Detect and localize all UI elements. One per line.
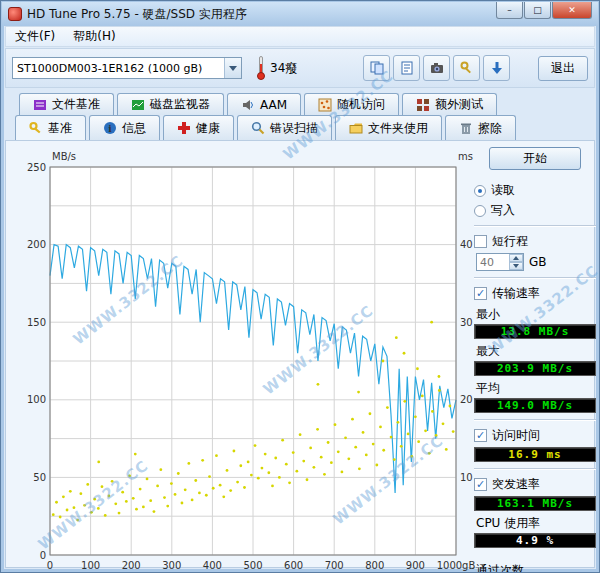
read-radio[interactable]: 读取 [474, 182, 596, 199]
divider [474, 468, 596, 470]
short-stroke-label: 短行程 [492, 233, 528, 250]
tab-error-scan[interactable]: 错误扫描 [237, 115, 332, 140]
tab-label: 基准 [48, 120, 72, 137]
info-icon: i [103, 121, 117, 135]
menu-help[interactable]: 帮助(H) [64, 26, 124, 47]
health-cross-icon [177, 121, 191, 135]
short-stroke-spinner[interactable] [509, 254, 523, 270]
avg-label: 平均 [476, 380, 596, 397]
window-title: HD Tune Pro 5.75 - 硬盘/SSD 实用程序 [27, 6, 247, 23]
divider [474, 419, 596, 421]
checkbox-icon [474, 287, 487, 300]
svg-text:200: 200 [27, 239, 46, 250]
svg-text:i: i [108, 124, 112, 134]
spinner-down-icon[interactable] [509, 262, 523, 270]
cpu-usage-value: 4.9 % [474, 533, 596, 548]
spinner-up-icon[interactable] [509, 254, 523, 262]
tab-extra-tests[interactable]: 额外测试 [402, 93, 497, 115]
save-report-button[interactable] [393, 55, 420, 81]
file-benchmark-icon [33, 98, 47, 112]
svg-text:250: 250 [27, 162, 46, 173]
copy-icon [370, 61, 384, 75]
speaker-icon [241, 98, 255, 112]
benchmark-chart: 0501001502002501020304001002003004005006… [20, 149, 478, 573]
menu-file[interactable]: 文件(F) [6, 26, 64, 47]
svg-text:100: 100 [81, 560, 100, 571]
svg-text:150: 150 [27, 317, 46, 328]
chart-canvas: 0501001502002501020304001002003004005006… [20, 149, 478, 573]
registration-button[interactable] [453, 55, 480, 81]
svg-text:50: 50 [33, 472, 46, 483]
burst-rate-value: 163.1 MB/s [474, 496, 596, 511]
tab-folder-usage[interactable]: 文件夹使用 [335, 115, 442, 140]
svg-text:700: 700 [325, 560, 344, 571]
titlebar[interactable]: HD Tune Pro 5.75 - 硬盘/SSD 实用程序 – □ ✕ [2, 2, 598, 26]
tab-label: 擦除 [478, 120, 502, 137]
svg-text:ms: ms [458, 151, 473, 162]
screenshot-button[interactable] [423, 55, 450, 81]
tab-row-upper: 文件基准 磁盘监视器 AAM 随机访问 额外测试 [19, 93, 595, 115]
checkbox-icon [474, 478, 487, 491]
short-stroke-checkbox[interactable]: 短行程 [474, 233, 596, 250]
menubar: 文件(F) 帮助(H) [5, 26, 595, 47]
burst-rate-label: 突发速率 [492, 476, 540, 493]
tab-label: AAM [260, 98, 287, 112]
burst-rate-checkbox[interactable]: 突发速率 [474, 476, 596, 493]
svg-text:500: 500 [243, 560, 262, 571]
checkbox-icon [474, 235, 487, 248]
tab-info[interactable]: i 信息 [89, 115, 160, 140]
update-button[interactable] [483, 55, 510, 81]
app-icon [8, 7, 22, 21]
tab-label: 文件基准 [52, 96, 100, 113]
svg-text:MB/s: MB/s [52, 151, 76, 162]
maximize-button[interactable]: □ [524, 2, 551, 19]
tab-health[interactable]: 健康 [163, 115, 234, 140]
keys-icon [460, 61, 474, 75]
disk-monitor-icon [131, 98, 145, 112]
svg-text:30: 30 [460, 317, 473, 328]
magnifier-icon [251, 121, 265, 135]
access-time-value: 16.9 ms [474, 447, 596, 462]
toolbar: ST1000DM003-1ER162 (1000 gB) 34癈 退出 [5, 48, 595, 88]
svg-text:600: 600 [284, 560, 303, 571]
access-time-checkbox[interactable]: 访问时间 [474, 427, 596, 444]
exit-button[interactable]: 退出 [538, 56, 588, 81]
write-radio[interactable]: 写入 [474, 202, 596, 219]
drive-select[interactable]: ST1000DM003-1ER162 (1000 gB) [12, 57, 242, 79]
svg-text:800: 800 [365, 560, 384, 571]
svg-text:200: 200 [122, 560, 141, 571]
cpu-usage-label: CPU 使用率 [476, 515, 596, 532]
transfer-rate-checkbox[interactable]: 传输速率 [474, 285, 596, 302]
write-label: 写入 [491, 202, 515, 219]
checkbox-icon [474, 429, 487, 442]
gb-unit-label: GB [529, 255, 547, 269]
max-label: 最大 [476, 343, 596, 360]
side-panel: 开始 读取 写入 短行程 40 GB [474, 147, 596, 573]
tab-aam[interactable]: AAM [227, 93, 301, 115]
tab-row-lower: 基准 i 信息 健康 错误扫描 文件夹使用 擦除 [15, 115, 595, 140]
tab-label: 错误扫描 [270, 120, 318, 137]
tab-file-benchmark[interactable]: 文件基准 [19, 93, 114, 115]
start-button[interactable]: 开始 [489, 147, 581, 170]
short-stroke-size-field[interactable]: 40 [476, 253, 524, 271]
toolbar-buttons [363, 55, 510, 81]
tab-label: 随机访问 [337, 96, 385, 113]
copy-button[interactable] [363, 55, 390, 81]
trash-icon [459, 121, 473, 135]
tab-erase[interactable]: 擦除 [445, 115, 516, 140]
max-value: 203.9 MB/s [474, 361, 596, 376]
tab-label: 文件夹使用 [368, 120, 428, 137]
download-arrow-icon [490, 61, 504, 75]
svg-text:40: 40 [460, 239, 473, 250]
tab-random-access[interactable]: 随机访问 [304, 93, 399, 115]
tab-benchmark[interactable]: 基准 [15, 115, 86, 140]
divider [474, 225, 596, 227]
camera-icon [430, 61, 444, 75]
minimize-button[interactable]: – [496, 2, 523, 19]
close-button[interactable]: ✕ [552, 2, 592, 19]
tab-label: 健康 [196, 120, 220, 137]
dropdown-arrow-icon[interactable] [224, 58, 241, 78]
tab-disk-monitor[interactable]: 磁盘监视器 [117, 93, 224, 115]
svg-text:20: 20 [460, 394, 473, 405]
svg-text:300: 300 [162, 560, 181, 571]
